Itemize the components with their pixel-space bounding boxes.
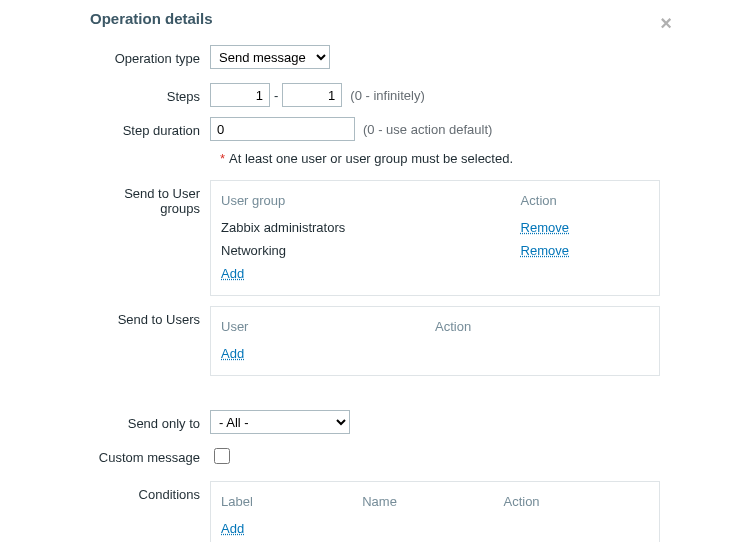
steps-dash: - xyxy=(274,88,278,103)
add-user-group-link[interactable]: Add xyxy=(221,266,244,281)
label-send-to-user-groups: Send to User groups xyxy=(90,180,210,216)
users-header-action: Action xyxy=(435,315,649,342)
user-group-name: Zabbix administrators xyxy=(221,216,521,239)
steps-hint: (0 - infinitely) xyxy=(350,88,424,103)
conditions-header-label: Label xyxy=(221,490,362,517)
label-step-duration: Step duration xyxy=(90,117,210,138)
add-condition-link[interactable]: Add xyxy=(221,521,244,536)
user-group-name: Networking xyxy=(221,239,521,262)
user-groups-panel: User group Action Zabbix administrators … xyxy=(210,180,660,296)
steps-to-input[interactable] xyxy=(282,83,342,107)
add-user-link[interactable]: Add xyxy=(221,346,244,361)
close-icon[interactable]: × xyxy=(660,12,672,35)
send-only-to-select[interactable]: - All - xyxy=(210,410,350,434)
label-operation-type: Operation type xyxy=(90,45,210,66)
conditions-header-action: Action xyxy=(503,490,649,517)
operation-type-select[interactable]: Send message xyxy=(210,45,330,69)
remove-link[interactable]: Remove xyxy=(521,220,569,235)
table-row: Zabbix administrators Remove xyxy=(221,216,649,239)
required-note: *At least one user or user group must be… xyxy=(220,151,666,166)
user-groups-header-name: User group xyxy=(221,189,521,216)
custom-message-checkbox[interactable] xyxy=(214,448,230,464)
step-duration-hint: (0 - use action default) xyxy=(363,122,492,137)
user-groups-header-action: Action xyxy=(521,189,649,216)
page-title: Operation details xyxy=(90,10,666,27)
label-send-only-to: Send only to xyxy=(90,410,210,431)
conditions-header-name: Name xyxy=(362,490,503,517)
label-custom-message: Custom message xyxy=(90,444,210,465)
conditions-panel: Label Name Action Add xyxy=(210,481,660,542)
table-row: Networking Remove xyxy=(221,239,649,262)
users-header-name: User xyxy=(221,315,435,342)
step-duration-input[interactable] xyxy=(210,117,355,141)
steps-from-input[interactable] xyxy=(210,83,270,107)
label-send-to-users: Send to Users xyxy=(90,306,210,327)
remove-link[interactable]: Remove xyxy=(521,243,569,258)
label-conditions: Conditions xyxy=(90,481,210,502)
label-steps: Steps xyxy=(90,83,210,104)
users-panel: User Action Add xyxy=(210,306,660,376)
